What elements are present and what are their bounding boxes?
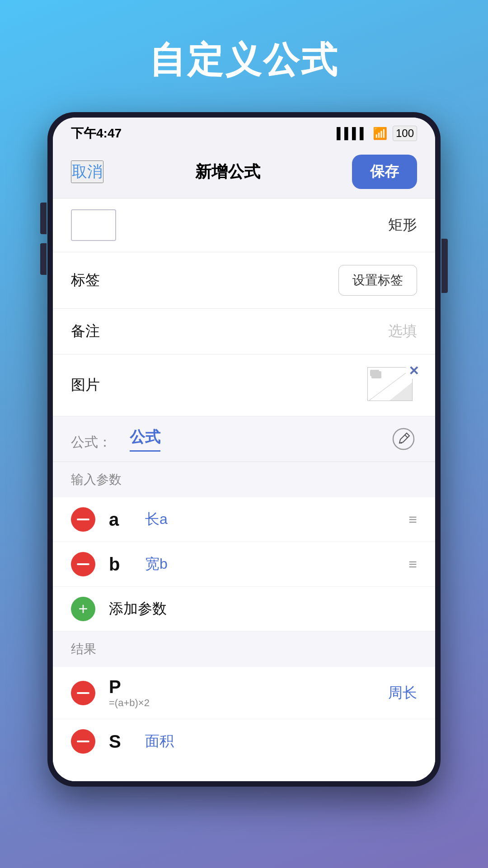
- status-time: 下午4:47: [71, 125, 122, 142]
- left-side-buttons: [40, 203, 47, 275]
- note-placeholder[interactable]: 选填: [388, 321, 417, 341]
- result-p-content: P =(a+b)×2: [109, 677, 375, 709]
- result-s-letter: S: [109, 731, 131, 752]
- param-a-name[interactable]: 长a: [145, 509, 395, 529]
- result-p-letter: P: [109, 677, 131, 697]
- phone-frame: 下午4:47 ▌▌▌▌ 📶 100 取消 新增公式 保存 矩形 标签 设置标签 …: [47, 112, 441, 787]
- formula-prefix: 公式：: [71, 433, 112, 452]
- param-a-drag-handle[interactable]: ≡: [408, 511, 417, 528]
- shape-label: 矩形: [388, 215, 417, 235]
- input-params-header: 输入参数: [53, 462, 435, 497]
- add-param-row[interactable]: 添加参数: [53, 587, 435, 632]
- phone-screen: 下午4:47 ▌▌▌▌ 📶 100 取消 新增公式 保存 矩形 标签 设置标签 …: [53, 118, 435, 781]
- image-preview-container[interactable]: ✕: [367, 367, 417, 403]
- status-bar: 下午4:47 ▌▌▌▌ 📶 100: [53, 118, 435, 146]
- remove-result-p-button[interactable]: [71, 681, 95, 705]
- result-row-p: P =(a+b)×2 周长: [53, 667, 435, 719]
- param-row-b: b 宽b ≡: [53, 542, 435, 587]
- image-label: 图片: [71, 375, 100, 395]
- remove-param-b-button[interactable]: [71, 552, 95, 576]
- nav-title: 新增公式: [195, 161, 260, 183]
- shape-preview: [71, 209, 116, 241]
- result-header: 结果: [53, 632, 435, 667]
- svg-point-1: [393, 429, 414, 449]
- image-row: 图片 ✕: [53, 354, 435, 416]
- svg-line-2: [405, 435, 408, 438]
- result-row-s: S 面积: [53, 719, 435, 781]
- signal-icon: ▌▌▌▌: [337, 127, 367, 140]
- result-p-formula: =(a+b)×2: [109, 697, 375, 709]
- param-a-letter: a: [109, 509, 131, 530]
- volume-up-btn: [40, 203, 47, 234]
- result-p-name[interactable]: 周长: [388, 683, 417, 703]
- tag-label: 标签: [71, 270, 100, 290]
- tag-row: 标签 设置标签: [53, 252, 435, 309]
- set-tag-button[interactable]: 设置标签: [338, 265, 417, 296]
- add-param-label: 添加参数: [109, 599, 167, 619]
- param-row-a: a 长a ≡: [53, 497, 435, 542]
- param-b-letter: b: [109, 554, 131, 575]
- right-side-buttons: [441, 239, 448, 302]
- cancel-button[interactable]: 取消: [71, 160, 103, 183]
- formula-tab-active[interactable]: 公式: [130, 427, 160, 452]
- formula-tab-row: 公式： 公式: [53, 416, 435, 462]
- page-background-title: 自定义公式: [0, 36, 488, 85]
- edit-icon: [392, 428, 415, 450]
- remove-param-a-button[interactable]: [71, 507, 95, 532]
- image-close-button[interactable]: ✕: [405, 363, 422, 379]
- add-param-button[interactable]: [71, 597, 95, 621]
- param-b-drag-handle[interactable]: ≡: [408, 556, 417, 573]
- note-label: 备注: [71, 321, 100, 341]
- shape-row[interactable]: 矩形: [53, 198, 435, 252]
- formula-tabs: 公式： 公式: [71, 427, 160, 452]
- param-b-name[interactable]: 宽b: [145, 554, 395, 574]
- battery-icon: 100: [393, 126, 417, 141]
- formula-section: 公式： 公式 输入参数 a: [53, 416, 435, 781]
- note-row: 备注 选填: [53, 309, 435, 354]
- volume-down-btn: [40, 243, 47, 275]
- status-icons: ▌▌▌▌ 📶 100: [337, 126, 417, 141]
- wifi-icon: 📶: [373, 127, 387, 141]
- edit-formula-button[interactable]: [390, 425, 417, 453]
- nav-bar: 取消 新增公式 保存: [53, 146, 435, 198]
- power-btn: [441, 239, 448, 293]
- result-s-name[interactable]: 面积: [145, 731, 174, 751]
- save-button[interactable]: 保存: [352, 155, 417, 189]
- page-background-title-area: 自定义公式: [0, 0, 488, 112]
- remove-result-s-button[interactable]: [71, 729, 95, 754]
